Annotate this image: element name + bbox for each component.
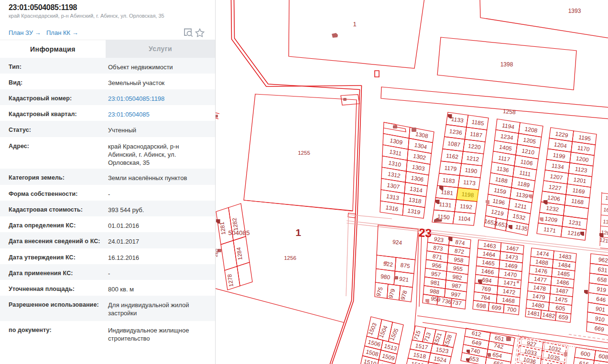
svg-text:1278: 1278	[226, 274, 235, 288]
svg-text:13: 13	[603, 218, 608, 225]
svg-text:924: 924	[392, 238, 402, 246]
svg-text:1393: 1393	[568, 8, 581, 14]
svg-text:1199: 1199	[553, 151, 566, 160]
svg-text:653: 653	[468, 355, 479, 364]
svg-text:901: 901	[595, 305, 606, 313]
svg-text:1131: 1131	[439, 201, 452, 209]
svg-text:1231: 1231	[568, 219, 582, 227]
svg-text:980: 980	[380, 273, 391, 281]
svg-text:1470: 1470	[504, 270, 518, 278]
svg-text:694: 694	[482, 277, 492, 284]
svg-text:1485: 1485	[557, 270, 571, 278]
svg-text:1313: 1313	[386, 193, 400, 202]
svg-text:1256: 1256	[284, 255, 296, 261]
svg-text:1465: 1465	[481, 259, 495, 267]
svg-text:981: 981	[430, 279, 441, 287]
svg-text:605: 605	[555, 304, 566, 312]
svg-text:1185: 1185	[471, 118, 485, 127]
svg-text:1282: 1282	[231, 217, 239, 231]
svg-text:1135: 1135	[515, 224, 528, 233]
svg-text:1524: 1524	[433, 355, 447, 364]
svg-text:1198: 1198	[461, 191, 474, 199]
svg-text:1284: 1284	[235, 246, 244, 260]
svg-text:612: 612	[471, 330, 482, 338]
svg-text:1196: 1196	[492, 197, 505, 206]
svg-text:1513: 1513	[383, 343, 398, 352]
svg-text:1210: 1210	[521, 147, 535, 156]
svg-text:957: 957	[431, 270, 441, 278]
svg-text:651: 651	[494, 334, 505, 343]
svg-text:1506: 1506	[367, 339, 381, 348]
svg-text:923: 923	[434, 236, 444, 244]
svg-text:955: 955	[453, 265, 463, 273]
svg-text:764: 764	[480, 294, 491, 301]
svg-text:1206: 1206	[547, 194, 561, 203]
svg-text:1227: 1227	[548, 183, 562, 192]
svg-text:1312: 1312	[387, 171, 401, 179]
svg-text:1200: 1200	[575, 155, 589, 163]
svg-text:1488: 1488	[535, 258, 549, 267]
svg-text:600: 600	[580, 350, 591, 358]
svg-text:631: 631	[597, 266, 608, 274]
svg-text:1106: 1106	[520, 158, 533, 167]
svg-text:1316: 1316	[385, 204, 399, 213]
svg-text:1467: 1467	[506, 245, 520, 253]
svg-text:1532: 1532	[512, 213, 526, 222]
svg-text:1201: 1201	[573, 176, 587, 185]
svg-text:1474: 1474	[536, 250, 550, 258]
svg-text:1521: 1521	[432, 332, 443, 346]
svg-text:875: 875	[400, 262, 411, 269]
svg-text:1170: 1170	[577, 144, 590, 153]
svg-text:1509: 1509	[381, 352, 396, 362]
svg-text:1311: 1311	[389, 148, 402, 157]
svg-text:1183: 1183	[442, 177, 455, 185]
svg-text:927: 927	[526, 340, 537, 348]
svg-text:649: 649	[471, 339, 482, 347]
svg-text:742: 742	[493, 342, 504, 351]
svg-text:1104: 1104	[458, 215, 471, 223]
svg-text:988: 988	[429, 288, 440, 296]
svg-text:1187: 1187	[469, 130, 483, 139]
svg-text:1306: 1306	[411, 174, 424, 183]
svg-text:1308: 1308	[415, 130, 429, 139]
svg-text:608: 608	[598, 353, 608, 361]
svg-text:1229: 1229	[555, 130, 569, 139]
svg-text:1219: 1219	[490, 208, 504, 217]
svg-text:1192: 1192	[459, 203, 472, 211]
svg-text:1478: 1478	[533, 284, 547, 292]
svg-text:1209: 1209	[544, 215, 558, 224]
svg-text:958: 958	[454, 256, 464, 264]
svg-text:1159: 1159	[493, 187, 507, 196]
svg-text:1190: 1190	[465, 167, 478, 175]
svg-text:978: 978	[399, 289, 409, 301]
svg-text:615: 615	[597, 362, 607, 364]
svg-text:121: 121	[599, 237, 608, 244]
svg-text:874: 874	[455, 239, 466, 247]
svg-text:1255: 1255	[298, 150, 310, 156]
svg-text:1169: 1169	[572, 187, 586, 195]
svg-text:659: 659	[558, 313, 569, 321]
svg-text:873: 873	[433, 244, 444, 252]
svg-text:740: 740	[470, 347, 481, 355]
svg-text:700: 700	[507, 306, 517, 313]
svg-text:959: 959	[431, 295, 441, 303]
svg-text:982: 982	[452, 273, 463, 281]
svg-text:1468: 1468	[501, 296, 515, 304]
svg-text:1481: 1481	[527, 310, 541, 318]
svg-text:1: 1	[605, 195, 608, 201]
svg-text:715: 715	[413, 329, 422, 341]
svg-text:1486: 1486	[556, 278, 570, 287]
svg-text:1173: 1173	[463, 179, 476, 187]
svg-text:1179: 1179	[444, 164, 457, 172]
svg-text:1189: 1189	[517, 180, 530, 189]
svg-text:737: 737	[452, 299, 462, 307]
svg-text:654: 654	[492, 351, 503, 360]
svg-text:1310: 1310	[388, 160, 402, 168]
svg-text:910: 910	[595, 315, 605, 323]
svg-text:1234: 1234	[500, 133, 514, 141]
svg-text:1134: 1134	[551, 162, 565, 171]
svg-text:1483: 1483	[558, 253, 572, 261]
svg-text:1476: 1476	[534, 267, 548, 275]
svg-text:1302: 1302	[413, 152, 426, 161]
svg-text:872: 872	[454, 247, 465, 256]
